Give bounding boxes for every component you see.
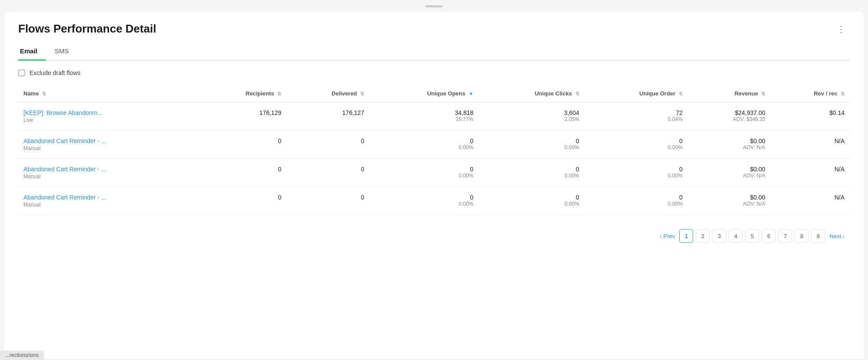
flow-name-link-2[interactable]: Abandoned Cart Reminder - ... [23, 166, 106, 173]
pagination: ‹ Prev 123456789 Next › [18, 229, 850, 243]
page-btn-8[interactable]: 8 [795, 229, 809, 243]
filter-row: Exclude draft flows [18, 69, 850, 76]
cell-name-1: Abandoned Cart Reminder - ... Manual [18, 131, 197, 159]
bottom-url: ...rections/sms [0, 350, 44, 359]
flow-name-link-0[interactable]: [KEEP]: Browse Abandonm... [23, 109, 102, 116]
tabs-row: Email SMS [18, 43, 850, 61]
exclude-draft-checkbox[interactable] [18, 69, 25, 76]
flow-status-3: Manual [23, 202, 192, 208]
table-row: Abandoned Cart Reminder - ... Manual 0 0… [18, 187, 850, 215]
page-btn-2[interactable]: 2 [696, 229, 710, 243]
cell-recipients-1: 0 [197, 131, 286, 159]
sort-icon-recipients[interactable]: ⇅ [277, 91, 281, 97]
flows-table: Name ⇅ Recipients ⇅ Delivered ⇅ Unique O… [18, 87, 850, 215]
page-btn-6[interactable]: 6 [762, 229, 776, 243]
cell-unique-order-2: 0 0.00% [585, 159, 688, 187]
cell-recipients-2: 0 [197, 159, 286, 187]
sort-icon-revenue[interactable]: ⇅ [761, 91, 765, 97]
cell-name-0: [KEEP]: Browse Abandonm... Live [18, 102, 197, 131]
page-btn-9[interactable]: 9 [811, 229, 825, 243]
col-header-name: Name ⇅ [18, 87, 197, 102]
cell-rev-rec-3: N/A [770, 187, 850, 215]
cell-unique-clicks-0: 3,604 2.05% [479, 102, 585, 131]
page-btn-4[interactable]: 4 [729, 229, 743, 243]
col-header-unique-opens: Unique Opens ▼ [369, 87, 479, 102]
cell-unique-opens-1: 0 0.00% [369, 131, 479, 159]
table-header-row: Name ⇅ Recipients ⇅ Delivered ⇅ Unique O… [18, 87, 850, 102]
cell-name-3: Abandoned Cart Reminder - ... Manual [18, 187, 197, 215]
cell-unique-opens-0: 34,818 19.77% [369, 102, 479, 131]
cell-revenue-1: $0.00 AOV: N/A [688, 131, 771, 159]
page-btn-5[interactable]: 5 [745, 229, 759, 243]
cell-name-2: Abandoned Cart Reminder - ... Manual [18, 159, 197, 187]
page-btn-3[interactable]: 3 [712, 229, 726, 243]
page-btn-1[interactable]: 1 [679, 229, 693, 243]
cell-revenue-0: $24,937.00 AOV: $346.35 [688, 102, 771, 131]
cell-unique-clicks-3: 0 0.00% [479, 187, 585, 215]
cell-delivered-2: 0 [286, 159, 369, 187]
page-buttons: 123456789 [679, 229, 825, 243]
cell-rev-rec-1: N/A [770, 131, 850, 159]
next-button[interactable]: Next › [828, 233, 846, 239]
col-header-unique-clicks: Unique Clicks ⇅ [479, 87, 585, 102]
cell-unique-order-0: 72 0.04% [585, 102, 688, 131]
cell-recipients-0: 176,129 [197, 102, 286, 131]
table-body: [KEEP]: Browse Abandonm... Live 176,129 … [18, 102, 850, 215]
sort-icon-unique-order[interactable]: ⇅ [679, 91, 683, 97]
flow-name-link-3[interactable]: Abandoned Cart Reminder - ... [23, 194, 106, 201]
sort-icon-name[interactable]: ⇅ [42, 91, 46, 97]
header-row: Flows Performance Detail ⋮ [18, 22, 850, 36]
cell-unique-order-3: 0 0.00% [585, 187, 688, 215]
modal-handle [425, 5, 443, 7]
flow-name-link-1[interactable]: Abandoned Cart Reminder - ... [23, 137, 106, 144]
exclude-draft-label: Exclude draft flows [30, 69, 81, 76]
col-header-revenue: Revenue ⇅ [688, 87, 771, 102]
cell-unique-clicks-1: 0 0.00% [479, 131, 585, 159]
main-container: Flows Performance Detail ⋮ Email SMS Exc… [4, 12, 864, 359]
cell-rev-rec-0: $0.14 [770, 102, 850, 131]
sort-icon-delivered[interactable]: ⇅ [360, 91, 364, 97]
sort-icon-unique-clicks[interactable]: ⇅ [575, 91, 579, 97]
cell-delivered-3: 0 [286, 187, 369, 215]
flow-status-1: Manual [23, 145, 192, 151]
col-header-unique-order: Unique Order ⇅ [585, 87, 688, 102]
cell-unique-clicks-2: 0 0.00% [479, 159, 585, 187]
cell-delivered-1: 0 [286, 131, 369, 159]
more-options-button[interactable]: ⋮ [833, 22, 850, 36]
cell-unique-opens-2: 0 0.00% [369, 159, 479, 187]
cell-revenue-3: $0.00 AOV: N/A [688, 187, 771, 215]
sort-icon-unique-opens[interactable]: ▼ [469, 91, 473, 96]
page-title: Flows Performance Detail [18, 22, 156, 36]
cell-unique-opens-3: 0 0.00% [369, 187, 479, 215]
cell-revenue-2: $0.00 AOV: N/A [688, 159, 771, 187]
sort-icon-rev-rec[interactable]: ⇅ [841, 91, 845, 97]
cell-recipients-3: 0 [197, 187, 286, 215]
table-row: Abandoned Cart Reminder - ... Manual 0 0… [18, 131, 850, 159]
flow-status-2: Manual [23, 173, 192, 180]
tab-email[interactable]: Email [18, 43, 46, 60]
col-header-delivered: Delivered ⇅ [286, 87, 369, 102]
col-header-rev-rec: Rev / rec ⇅ [770, 87, 850, 102]
table-row: Abandoned Cart Reminder - ... Manual 0 0… [18, 159, 850, 187]
table-row: [KEEP]: Browse Abandonm... Live 176,129 … [18, 102, 850, 131]
prev-button[interactable]: ‹ Prev [658, 233, 677, 239]
cell-unique-order-1: 0 0.00% [585, 131, 688, 159]
page-btn-7[interactable]: 7 [778, 229, 792, 243]
cell-delivered-0: 176,127 [286, 102, 369, 131]
cell-rev-rec-2: N/A [770, 159, 850, 187]
tab-sms[interactable]: SMS [53, 43, 78, 60]
col-header-recipients: Recipients ⇅ [197, 87, 286, 102]
flow-status-0: Live [23, 117, 192, 123]
